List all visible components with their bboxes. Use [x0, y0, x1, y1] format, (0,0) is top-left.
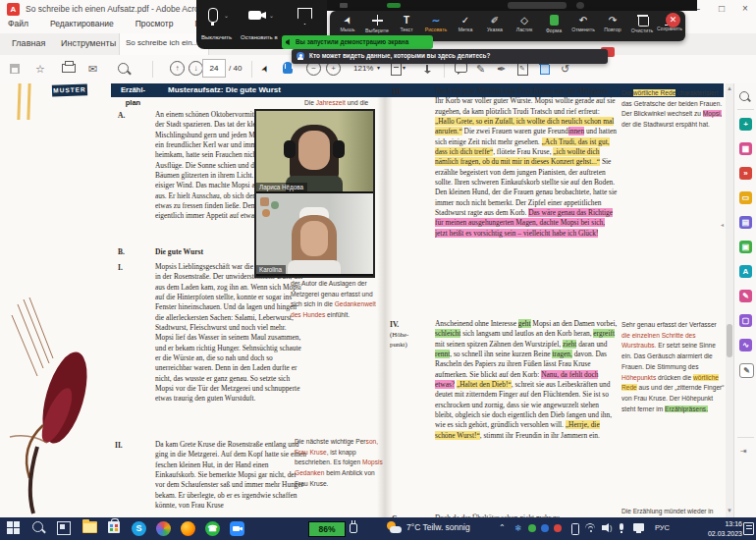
delete-pages-icon[interactable] — [539, 63, 549, 73]
action-center-icon[interactable] — [743, 522, 754, 535]
sidebar-comment-icon[interactable]: ▭ — [739, 191, 752, 204]
tray-app-icon-3[interactable] — [541, 524, 549, 532]
scroll-up-icon[interactable]: ▲ — [726, 85, 733, 91]
sidebar-expand-icon[interactable]: ⇥ — [740, 447, 747, 456]
annotation-redo-tool[interactable]: ↷ Повтор — [599, 14, 626, 32]
zoom-level-select[interactable]: 121% — [353, 64, 373, 73]
security-shield-icon[interactable] — [297, 8, 312, 25]
more-options-icon[interactable] — [576, 2, 584, 9]
scroll-down-icon[interactable]: ▼ — [726, 508, 733, 513]
tab-tools[interactable]: Инструменты — [61, 38, 116, 48]
task-view-icon[interactable] — [57, 521, 71, 535]
microphone-tray-icon[interactable] — [620, 523, 623, 530]
menu-item[interactable]: Просмотр — [135, 19, 174, 28]
select-tool-icon[interactable]: ➤ — [257, 63, 273, 76]
sidebar-more-tools-icon[interactable]: ✎ — [739, 363, 754, 378]
sign-pen-icon[interactable]: ✒ — [497, 62, 506, 76]
participant-2-shoulders — [288, 260, 341, 274]
next-page-icon[interactable]: ↓ — [189, 61, 203, 76]
fit-caret-icon[interactable]: ▾ — [403, 64, 405, 71]
annotation-select-tool[interactable]: Выберите — [363, 14, 391, 33]
text-segment: Jahreszeit — [316, 99, 346, 106]
sidebar-certificates-icon[interactable]: ∿ — [739, 339, 752, 351]
annotation-undo-tool[interactable]: ↶ Отменить — [569, 14, 597, 32]
search-icon[interactable] — [118, 63, 129, 74]
annotation-text-tool[interactable]: T Текст — [393, 14, 420, 32]
annotation-spotlight-tool[interactable]: ✐ Указка — [481, 14, 509, 32]
microphone-icon[interactable] — [208, 8, 218, 23]
tray-app-icon-2[interactable] — [528, 524, 536, 532]
annotation-close-icon[interactable]: ✕ — [666, 13, 680, 27]
tray-expand-icon[interactable]: ⌃ — [499, 523, 506, 532]
tray-app-icon-4[interactable] — [554, 524, 562, 532]
sidebar-protect-pdf-icon[interactable]: ▢ — [739, 314, 752, 327]
highlight-pen-icon[interactable]: ✎ — [476, 62, 485, 76]
trash-icon — [628, 15, 656, 27]
participant-video-2[interactable]: Karolina — [256, 193, 373, 274]
sidebar-combine-files-icon[interactable]: ▦ — [739, 142, 752, 155]
sidebar-fill-sign-icon[interactable]: ✎ — [739, 290, 752, 302]
weather-icon[interactable] — [387, 521, 403, 534]
menu-item[interactable]: Файл — [8, 19, 28, 28]
participant-video-1[interactable]: Лариса Нёдова — [256, 111, 373, 191]
checkmark-icon: ✓ — [452, 14, 479, 27]
sidebar-compress-pdf-icon[interactable]: ▣ — [739, 241, 752, 253]
comment-icon[interactable] — [455, 63, 467, 73]
email-icon[interactable]: ✉ — [88, 62, 97, 76]
microsoft-store-icon[interactable] — [108, 521, 120, 533]
sidebar-scan-ocr-icon[interactable]: A — [739, 265, 752, 278]
annotation-stamp-tool[interactable]: ✓ Метка — [452, 14, 479, 32]
firefox-icon[interactable] — [181, 521, 195, 536]
maximize-button[interactable]: □ — [711, 0, 732, 18]
battery-indicator[interactable]: 86% — [308, 521, 346, 537]
print-icon[interactable] — [62, 64, 76, 73]
camera-chevron-icon[interactable]: ⌄ — [269, 12, 274, 19]
zoom-caret-icon[interactable]: ▾ — [377, 64, 380, 71]
vertical-scrollbar[interactable]: ▲ ▼ ◂ — [726, 83, 733, 517]
fill-sign-icon[interactable]: ✎ — [517, 62, 528, 76]
whatsapp-icon[interactable]: ☎ — [205, 521, 220, 536]
fit-page-icon[interactable] — [391, 62, 402, 76]
annotation-clear-tool[interactable]: Очистить — [628, 14, 656, 33]
sidebar-create-pdf-icon[interactable]: + — [739, 118, 752, 131]
hand-tool-icon[interactable] — [283, 62, 293, 74]
page-number-input[interactable]: 24 — [202, 59, 226, 78]
camera-icon[interactable] — [248, 11, 261, 20]
phone-link-icon[interactable] — [571, 523, 579, 535]
annotation-draw-tool[interactable]: ∼ Рисовать — [422, 14, 450, 32]
sidebar-export-pdf-icon[interactable]: » — [739, 167, 752, 180]
taskbar-search-icon[interactable] — [32, 521, 43, 532]
tray-app-icon-1[interactable]: ❄ — [514, 523, 522, 533]
annotation-format-tool[interactable]: Форма — [540, 14, 567, 33]
video-call-thumbnails[interactable]: Лариса Нёдова Karolina — [254, 109, 375, 278]
annotation-mouse-tool[interactable]: ➤ Мышь — [334, 14, 361, 32]
stop-video-label[interactable]: Остановить в — [241, 34, 278, 40]
panel-collapse-icon[interactable]: ◂ — [721, 221, 724, 228]
tab-home[interactable]: Главная — [12, 38, 45, 48]
language-indicator[interactable]: РУС — [655, 523, 670, 532]
clock[interactable]: 13:16 02.03.2023 — [699, 519, 742, 538]
wifi-icon[interactable] — [585, 523, 595, 533]
annotation-eraser-tool[interactable]: ◇ Ластик — [511, 14, 538, 32]
sidebar-organize-pages-icon[interactable]: ▤ — [739, 216, 752, 229]
menu-item[interactable]: Редактирование — [50, 19, 114, 28]
scrollbar-thumb[interactable] — [727, 324, 732, 357]
zoom-app-icon[interactable] — [230, 521, 244, 536]
move-arrows-icon — [363, 15, 391, 27]
mic-chevron-icon[interactable]: ⌄ — [224, 12, 229, 19]
file-explorer-icon[interactable] — [82, 521, 97, 533]
previous-page-icon[interactable]: ↑ — [170, 61, 185, 76]
sidebar-search-icon[interactable] — [739, 91, 749, 101]
close-button[interactable]: × — [734, 0, 756, 18]
weather-text[interactable]: 7°C Teilw. sonnig — [406, 522, 470, 532]
rotate-icon[interactable]: ↺ — [561, 62, 569, 76]
favorite-star-icon[interactable]: ☆ — [35, 62, 45, 76]
skype-icon[interactable]: S — [132, 521, 146, 536]
start-button[interactable] — [7, 521, 20, 534]
mute-label[interactable]: Выключить — [201, 34, 232, 40]
plan-column-header: Erzähl- — [111, 83, 155, 97]
screen-share-indicator-icon[interactable] — [633, 523, 644, 531]
save-icon[interactable] — [10, 64, 20, 74]
share-screen-icon[interactable] — [387, 3, 401, 8]
paint-icon[interactable] — [156, 521, 171, 536]
